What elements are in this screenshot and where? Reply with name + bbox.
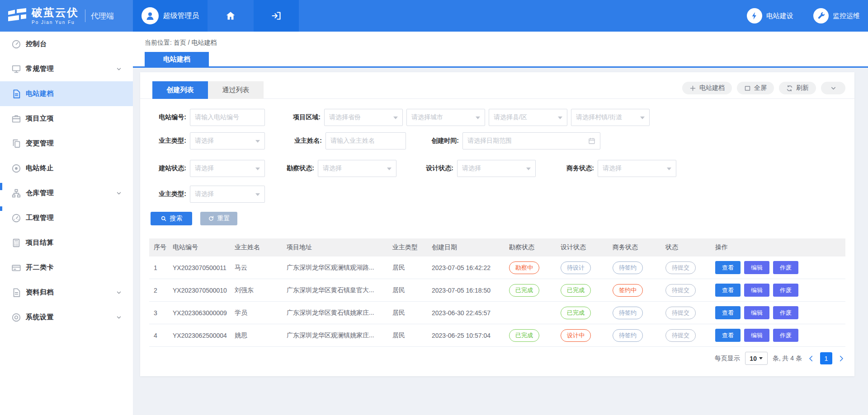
page-number-button[interactable]: 1 xyxy=(820,352,832,364)
sidebar-item-project-approval[interactable]: 项目立项 xyxy=(0,106,133,131)
status-badge: 勘察中 xyxy=(509,261,539,274)
search-icon xyxy=(160,215,167,222)
created-date-cell: 2023-06-30 22:45:57 xyxy=(427,302,505,324)
create-station-button[interactable]: 电站建档 xyxy=(682,82,732,94)
sidebar-item-station-termination[interactable]: 电站终止 xyxy=(0,156,133,181)
filter-row-2: 业主类型: 请选择 业主姓名: 请输入业主姓名 创建时间: 请选择日期范围 xyxy=(140,132,854,149)
breadcrumb-path[interactable]: 首页 / 电站建档 xyxy=(174,39,217,46)
void-button[interactable]: 作废 xyxy=(773,261,798,274)
void-button[interactable]: 作废 xyxy=(773,284,798,297)
gauge-icon xyxy=(11,213,21,223)
table-row: 3YX2023063000009学员广东深圳龙华区黄石镇姚家庄...居民2023… xyxy=(149,302,845,324)
pagination: 每页显示 10 条, 共 4 条 1 xyxy=(140,352,845,365)
panel-toolbar: 电站建档 全屏 刷新 xyxy=(682,82,845,94)
fullscreen-button[interactable]: 全屏 xyxy=(737,82,774,94)
city-select[interactable]: 请选择城市 xyxy=(406,109,485,126)
app-window: 破茧云伏 Po Jian Yun Fu 代理端 超级管理员 xyxy=(0,0,868,415)
tab-create-list[interactable]: 创建列表 xyxy=(152,81,208,99)
user-menu[interactable]: 超级管理员 xyxy=(133,0,208,32)
county-select[interactable]: 请选择县/区 xyxy=(489,109,567,126)
per-page-select[interactable]: 10 xyxy=(745,352,768,365)
station-no-input[interactable]: 请输入电站编号 xyxy=(190,109,265,126)
select-caret-icon xyxy=(255,168,260,173)
avatar xyxy=(142,7,159,24)
page-tab-station-filing[interactable]: 电站建档 xyxy=(145,52,209,66)
status-badge: 已完成 xyxy=(561,307,591,319)
address-cell: 广东深圳龙华区观澜镇姚家庄... xyxy=(282,324,388,347)
sidebar-item-label: 开二类卡 xyxy=(26,263,54,272)
sidebar-item-warehouse[interactable]: 仓库管理 xyxy=(0,181,133,205)
nav-label: 电站建设 xyxy=(766,12,793,20)
design-status-select[interactable]: 请选择 xyxy=(457,160,536,177)
column-header: 设计状态 xyxy=(556,238,608,256)
brand-text: 破茧云伏 Po Jian Yun Fu xyxy=(32,7,79,25)
province-select[interactable]: 请选择省份 xyxy=(324,109,403,126)
prev-page-button[interactable] xyxy=(807,354,815,363)
survey-status-select[interactable]: 请选择 xyxy=(318,160,396,177)
sidebar-item-console[interactable]: 控制台 xyxy=(0,32,133,56)
logout-button[interactable] xyxy=(254,0,299,32)
column-header: 业主类型 xyxy=(388,238,427,256)
owner-name-cell: 马云 xyxy=(230,256,282,279)
date-range-input[interactable]: 请选择日期范围 xyxy=(462,132,600,149)
status-badge: 已完成 xyxy=(509,284,539,297)
row-index: 2 xyxy=(149,279,168,302)
edit-button[interactable]: 编辑 xyxy=(744,284,769,297)
view-button[interactable]: 查看 xyxy=(715,329,741,342)
view-button[interactable]: 查看 xyxy=(715,284,741,297)
home-button[interactable] xyxy=(208,0,254,32)
void-button[interactable]: 作废 xyxy=(773,329,798,342)
sidebar-item-settlement[interactable]: 项目结算 xyxy=(0,230,133,255)
copy-icon xyxy=(11,139,21,149)
sidebar-item-system-settings[interactable]: 系统设置 xyxy=(0,305,133,330)
edit-button[interactable]: 编辑 xyxy=(744,306,769,319)
placeholder-text: 请选择 xyxy=(195,164,214,173)
briefcase-icon xyxy=(11,114,21,124)
sidebar-item-station-filing[interactable]: 电站建档 xyxy=(0,81,133,106)
owner-type2-select[interactable]: 请选择 xyxy=(190,186,265,203)
reset-button[interactable]: 重置 xyxy=(200,212,237,225)
business-status-select[interactable]: 请选择 xyxy=(598,160,676,177)
sidebar-item-engineering[interactable]: 工程管理 xyxy=(0,205,133,230)
calculator-icon xyxy=(11,238,21,248)
build-status-label: 建站状态: xyxy=(152,164,190,173)
chevron-right-icon xyxy=(837,354,845,363)
town-select[interactable]: 请选择村镇/街道 xyxy=(571,109,650,126)
placeholder-text: 请选择 xyxy=(195,190,214,198)
tab-passed-list[interactable]: 通过列表 xyxy=(208,81,264,99)
edit-button[interactable]: 编辑 xyxy=(744,329,769,342)
refresh-icon xyxy=(786,85,793,92)
placeholder-text: 请选择 xyxy=(195,137,214,145)
select-caret-icon xyxy=(255,193,260,198)
edit-button[interactable]: 编辑 xyxy=(744,261,769,274)
owner-type-select[interactable]: 请选择 xyxy=(190,132,265,149)
column-header: 业主姓名 xyxy=(230,238,282,256)
status-badge: 待提交 xyxy=(665,307,696,319)
brand-subtitle: Po Jian Yun Fu xyxy=(32,20,79,25)
sidebar-item-label: 仓库管理 xyxy=(26,189,54,197)
next-page-button[interactable] xyxy=(837,354,845,363)
content-area: 当前位置: 首页 / 电站建档 电站建档 创建列表 通过列表 电站建档 xyxy=(133,32,868,415)
table-row: 1YX2023070500011马云广东深圳龙华区观澜镇观湖路...居民2023… xyxy=(149,256,845,279)
collapse-toolbar-button[interactable] xyxy=(821,82,845,94)
sidebar-item-type2-card[interactable]: 开二类卡 xyxy=(0,255,133,280)
refresh-button[interactable]: 刷新 xyxy=(779,82,816,94)
search-button[interactable]: 搜索 xyxy=(151,212,192,225)
void-button[interactable]: 作废 xyxy=(773,306,798,319)
sidebar-item-label: 常规管理 xyxy=(26,65,54,73)
sidebar-item-general[interactable]: 常规管理 xyxy=(0,56,133,81)
sidebar-item-change-mgmt[interactable]: 变更管理 xyxy=(0,131,133,156)
nav-station-construction[interactable]: 电站建设 xyxy=(747,8,793,23)
sidebar-item-archives[interactable]: 资料归档 xyxy=(0,280,133,305)
owner-type2-label: 业主类型: xyxy=(152,190,190,198)
nav-label: 监控运维 xyxy=(833,12,860,20)
view-button[interactable]: 查看 xyxy=(715,306,741,319)
create-station-label: 电站建档 xyxy=(699,84,725,92)
brand: 破茧云伏 Po Jian Yun Fu 代理端 xyxy=(0,0,133,32)
view-button[interactable]: 查看 xyxy=(715,261,741,274)
build-status-select[interactable]: 请选择 xyxy=(190,160,265,177)
nav-monitoring-ops[interactable]: 监控运维 xyxy=(813,8,860,23)
monitor-icon xyxy=(11,64,21,74)
sidebar-item-label: 电站终止 xyxy=(26,164,54,173)
owner-name-input[interactable]: 请输入业主姓名 xyxy=(326,132,406,149)
